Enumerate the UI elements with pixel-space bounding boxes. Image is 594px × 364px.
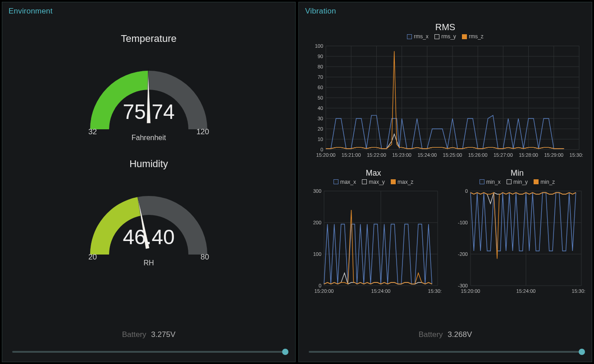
svg-text:100: 100 [313, 251, 321, 257]
rms-legend-y[interactable]: rms_y [434, 33, 456, 40]
svg-text:20: 20 [318, 126, 323, 132]
temperature-gauge-title: Temperature [121, 33, 177, 45]
app-root: Environment Temperature 75.74 32 120 Fah… [0, 0, 594, 364]
svg-text:15:28:00: 15:28:00 [519, 152, 538, 158]
vibration-time-slider[interactable] [309, 351, 582, 353]
environment-battery-value: 3.275V [151, 330, 175, 339]
rms-chart-title: RMS [305, 22, 585, 32]
svg-text:90: 90 [318, 54, 323, 59]
svg-text:60: 60 [318, 85, 323, 90]
humidity-gauge-title: Humidity [129, 158, 168, 170]
svg-text:15:25:00: 15:25:00 [443, 152, 462, 158]
temperature-gauge-block: Temperature 75.74 32 120 Fahrenheit [81, 33, 216, 134]
environment-battery-label: Battery [122, 330, 146, 339]
svg-text:-100: -100 [457, 220, 467, 225]
max-legend-x[interactable]: max_x [334, 179, 356, 185]
svg-text:40: 40 [318, 105, 323, 111]
min-legend-x[interactable]: min_x [480, 179, 501, 185]
rms-legend-x[interactable]: rms_x [407, 33, 429, 40]
svg-text:15:30:00: 15:30:00 [571, 288, 585, 294]
rms-legend-z[interactable]: rms_z [462, 33, 484, 40]
min-legend-z[interactable]: min_z [534, 179, 555, 185]
max-chart-block: Max max_x max_y max_z 010020030015:20:00… [305, 166, 442, 297]
min-chart[interactable]: -300-200-100015:20:0015:24:0015:30:00 [450, 188, 585, 296]
min-legend: min_x min_y min_z [449, 179, 585, 186]
vibration-battery-value: 3.268V [448, 330, 472, 339]
svg-text:200: 200 [313, 220, 321, 225]
svg-text:15:24:00: 15:24:00 [371, 288, 390, 294]
svg-text:15:24:00: 15:24:00 [516, 288, 535, 294]
max-legend-z[interactable]: max_z [391, 179, 413, 185]
humidity-gauge: 46.40 20 80 RH [81, 182, 216, 259]
vibration-panel-title: Vibration [305, 7, 585, 16]
svg-text:0: 0 [465, 188, 467, 194]
max-legend-y[interactable]: max_y [362, 179, 384, 185]
svg-text:100: 100 [315, 43, 323, 49]
environment-battery: Battery 3.275V [9, 330, 289, 339]
min-chart-title: Min [449, 168, 585, 178]
svg-text:15:26:00: 15:26:00 [468, 152, 488, 158]
rms-legend: rms_x rms_y rms_z [305, 33, 585, 41]
svg-text:70: 70 [318, 74, 323, 80]
svg-text:300: 300 [313, 188, 321, 194]
environment-panel-title: Environment [9, 7, 289, 16]
svg-text:10: 10 [318, 136, 323, 142]
environment-time-slider-knob[interactable] [282, 349, 288, 355]
svg-text:15:22:00: 15:22:00 [367, 152, 386, 158]
svg-text:0: 0 [320, 147, 323, 152]
svg-text:15:30:00: 15:30:00 [428, 288, 441, 294]
environment-time-slider[interactable] [12, 351, 285, 353]
temperature-gauge-unit: Fahrenheit [81, 134, 216, 142]
rms-chart-block: RMS rms_x rms_y rms_z 010203040506070809… [305, 19, 585, 160]
svg-text:15:20:00: 15:20:00 [316, 152, 336, 158]
vibration-battery-label: Battery [419, 330, 443, 339]
vibration-body: RMS rms_x rms_y rms_z 010203040506070809… [305, 19, 585, 322]
svg-text:30: 30 [318, 116, 323, 121]
svg-text:0: 0 [318, 283, 321, 288]
min-chart-block: Min min_x min_y min_z -300-200-100015:20… [449, 166, 585, 297]
max-min-charts-row: Max max_x max_y max_z 010020030015:20:00… [305, 166, 585, 297]
vibration-battery: Battery 3.268V [305, 330, 585, 339]
max-chart-title: Max [305, 168, 442, 178]
svg-text:15:20:00: 15:20:00 [314, 288, 334, 294]
max-legend: max_x max_y max_z [305, 179, 442, 186]
svg-text:-200: -200 [457, 251, 467, 257]
max-chart[interactable]: 010020030015:20:0015:24:0015:30:00 [306, 188, 441, 296]
svg-text:80: 80 [318, 64, 323, 69]
environment-body: Temperature 75.74 32 120 Fahrenheit Humi… [9, 19, 289, 322]
temperature-gauge-value: 75.74 [81, 100, 216, 124]
temperature-gauge: 75.74 32 120 Fahrenheit [81, 57, 216, 134]
vibration-panel: Vibration RMS rms_x rms_y rms_z 01020304… [298, 2, 592, 362]
humidity-gauge-block: Humidity 46.40 20 80 RH [81, 158, 216, 259]
environment-panel: Environment Temperature 75.74 32 120 Fah… [2, 2, 296, 362]
svg-text:15:24:00: 15:24:00 [417, 152, 437, 158]
svg-text:15:27:00: 15:27:00 [493, 152, 513, 158]
svg-text:15:21:00: 15:21:00 [342, 152, 361, 158]
min-legend-y[interactable]: min_y [507, 179, 528, 185]
svg-text:15:30:00: 15:30:00 [570, 152, 583, 158]
rms-chart[interactable]: 010203040506070809010015:20:0015:21:0015… [308, 43, 583, 160]
svg-text:15:20:00: 15:20:00 [461, 288, 480, 294]
svg-text:15:23:00: 15:23:00 [392, 152, 411, 158]
svg-text:-300: -300 [457, 283, 467, 288]
humidity-gauge-unit: RH [81, 259, 216, 267]
vibration-time-slider-knob[interactable] [579, 349, 585, 355]
svg-text:15:29:00: 15:29:00 [544, 152, 563, 158]
svg-text:50: 50 [318, 95, 323, 100]
humidity-gauge-value: 46.40 [81, 225, 216, 249]
